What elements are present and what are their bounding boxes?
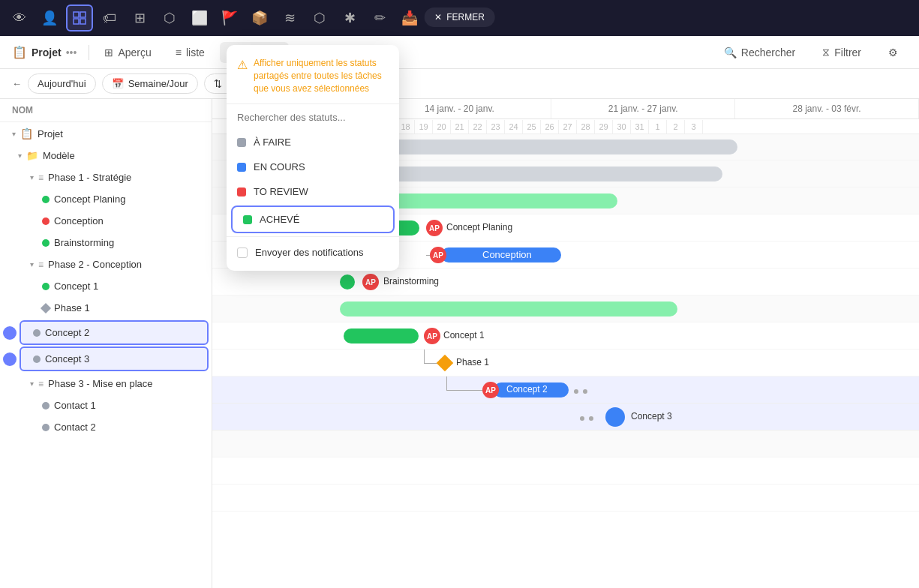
phase3-label: Phase 3 - Mise en place [48, 378, 152, 389]
dropdown-divider [227, 236, 399, 237]
sidebar-item-concept1[interactable]: Concept 1 [0, 275, 212, 297]
toolbar-square-icon[interactable]: ⬜ [186, 4, 213, 32]
search-icon: 🔍 [724, 46, 737, 58]
nav-liste[interactable]: ≡ liste [167, 42, 214, 63]
toolbar-tag-icon[interactable]: 🏷 [96, 4, 123, 32]
modele-folder-icon: 📁 [26, 150, 38, 161]
gantt-circle-brainstorming [340, 274, 355, 290]
col-header: NOM [0, 99, 212, 122]
gantt-bar-phase2 [340, 302, 677, 316]
dot-gray-icon-2 [33, 356, 41, 363]
sidebar-item-conception[interactable]: Conception [0, 210, 212, 232]
toolbar-edit-icon[interactable]: ✏ [366, 4, 393, 32]
day-26: 26 [541, 120, 559, 134]
gantt-row-concept2: AP Concept 2 [212, 376, 919, 404]
dot-green-icon [42, 196, 50, 203]
settings-icon: ⚙ [888, 46, 898, 58]
toolbar-hex1-icon[interactable]: ⬡ [156, 4, 183, 32]
day-23: 23 [487, 120, 505, 134]
week-label: Semaine/Jour [128, 78, 188, 89]
sidebar-item-brainstorming[interactable]: Brainstorming [0, 232, 212, 254]
liste-label: liste [186, 46, 205, 58]
dropdown-notify[interactable]: Envoyer des notifications [227, 240, 399, 265]
day-30: 30 [613, 120, 631, 134]
close-button[interactable]: ✕ FERMER [424, 8, 495, 27]
search-button[interactable]: 🔍 Rechercher [715, 42, 804, 63]
bar-label-phase1-milestone: Phase 1 [456, 357, 489, 368]
nav-right: 🔍 Rechercher ⧖ Filtrer ⚙ [715, 41, 907, 63]
dropdown-item-to-review[interactable]: TO REVIEW [227, 179, 399, 204]
day-18: 18 [397, 120, 415, 134]
day-1: 1 [649, 120, 667, 134]
dropdown-item-a-faire[interactable]: À FAIRE [227, 130, 399, 154]
concept2-label: Concept 2 [45, 327, 89, 338]
avatar-conception: AP [430, 247, 446, 263]
toolbar-hex2-icon[interactable]: ⬡ [306, 4, 333, 32]
search-label: Rechercher [741, 46, 795, 58]
gantt-bar-phase1 [362, 194, 617, 208]
toolbar-flag-icon[interactable]: 🚩 [216, 4, 243, 32]
status-search-input[interactable] [237, 112, 389, 123]
toolbar-lines-icon[interactable]: ≋ [276, 4, 303, 32]
gantt-row-phase3 [212, 430, 919, 458]
concept2-selection-dot [3, 326, 17, 340]
sidebar-item-phase1[interactable]: ▾ ≡ Phase 1 - Stratégie [0, 166, 212, 188]
sidebar-item-concept2[interactable]: Concept 2 [20, 320, 209, 345]
en-cours-label: EN COURS [254, 161, 305, 172]
sort-icon: ⇅ [214, 78, 222, 89]
sidebar-item-concept3[interactable]: Concept 3 [20, 346, 209, 371]
phase1-milestone-label: Phase 1 [54, 302, 90, 314]
toolbar-grid-icon[interactable]: ⊞ [126, 4, 153, 32]
contact1-label: Contact 1 [54, 400, 96, 411]
apercu-label: Aperçu [118, 46, 151, 58]
toolbar-user-icon[interactable]: 👤 [36, 4, 63, 32]
nav-separator-1 [89, 45, 89, 60]
toolbar-box-icon[interactable]: 📦 [246, 4, 273, 32]
gantt-row-contact1 [212, 458, 919, 484]
settings-button[interactable]: ⚙ [879, 42, 907, 63]
to-review-label: TO REVIEW [254, 186, 308, 197]
day-22: 22 [469, 120, 487, 134]
sidebar-item-phase1-milestone[interactable]: Phase 1 [0, 297, 212, 319]
bar-label-brainstorming: Brainstorming [383, 276, 439, 286]
sidebar-item-phase3[interactable]: ▾ ≡ Phase 3 - Mise en place [0, 373, 212, 394]
sidebar-item-concept-planing[interactable]: Concept Planing [0, 188, 212, 210]
toolbar-table-icon[interactable] [66, 4, 93, 32]
filter-button[interactable]: ⧖ Filtrer [813, 41, 870, 63]
close-x-icon: ✕ [434, 12, 442, 22]
phase1-lines-icon: ≡ [38, 172, 44, 183]
chevron-down-icon-2: ▾ [18, 152, 22, 160]
toolbar-inbox-icon[interactable]: 📥 [396, 4, 423, 32]
sidebar-item-contact2[interactable]: Contact 2 [0, 416, 212, 438]
filter-icon: ⧖ [822, 46, 830, 58]
notify-checkbox[interactable] [237, 248, 248, 258]
bar-label-concept-planing: Concept Planing [446, 222, 512, 232]
sidebar-item-projet[interactable]: ▾ 📋 Projet [0, 122, 212, 145]
dropdown-item-acheve[interactable]: ACHEVÉ [231, 206, 395, 233]
back-button[interactable]: ← [12, 78, 22, 89]
bar-label-concept2: Concept 2 [506, 384, 548, 394]
gantt-row-concept1: AP Concept 1 [212, 322, 919, 350]
dot-a-faire [237, 138, 246, 147]
gantt-bar-concept1 [344, 328, 419, 344]
sidebar-item-phase2[interactable]: ▾ ≡ Phase 2 - Conception [0, 254, 212, 275]
concept3-label: Concept 3 [45, 353, 89, 364]
dropdown-search-area[interactable] [227, 104, 399, 130]
day-31: 31 [631, 120, 649, 134]
nav-apercu[interactable]: ⊞ Aperçu [95, 42, 160, 63]
today-filter[interactable]: Aujourd'hui [28, 74, 96, 94]
project-more-icon[interactable]: ••• [66, 46, 77, 58]
day-21: 21 [451, 120, 469, 134]
sidebar-item-modele[interactable]: ▾ 📁 Modèle [0, 145, 212, 166]
concept3-selection-dot [3, 352, 17, 366]
dot-left-c3-2 [589, 416, 593, 421]
day-19: 19 [415, 120, 433, 134]
toolbar-star-icon[interactable]: ✱ [336, 4, 363, 32]
dropdown-item-en-cours[interactable]: EN COURS [227, 154, 399, 179]
toolbar-eye-icon[interactable]: 👁 [6, 4, 33, 32]
sidebar-item-contact1[interactable]: Contact 1 [0, 394, 212, 416]
svg-rect-0 [74, 12, 79, 17]
sidebar: NOM ▾ 📋 Projet ▾ 📁 Modèle ▾ ≡ Phase 1 - … [0, 99, 212, 588]
chevron-down-icon: ▾ [12, 130, 16, 138]
week-filter[interactable]: 📅 Semaine/Jour [102, 74, 198, 94]
